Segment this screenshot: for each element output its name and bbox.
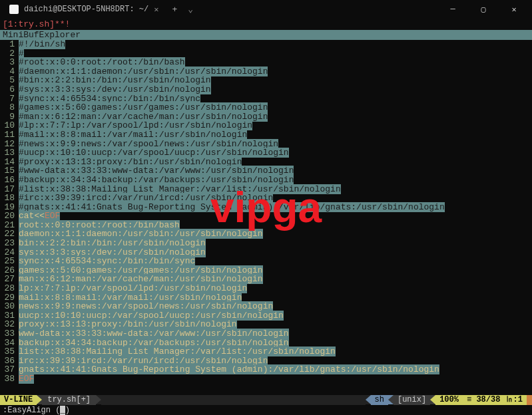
editor-line[interactable]: 28lp:x:7:7:lp:/var/spool/lpd:/usr/sbin/n… [0, 284, 532, 293]
line-content: cat<<EOF [19, 211, 532, 221]
editor-line[interactable]: 11#mail:x:8:8:mail:/var/mail:/usr/sbin/n… [0, 130, 532, 140]
editor-line[interactable]: 33www-data:x:33:33:www-data:/var/www:/us… [0, 329, 532, 339]
editor-line[interactable]: 3#root:x:0:0:root:/root:/bin/bash [0, 58, 532, 67]
editor-line[interactable]: 9#man:x:6:12:man:/var/cache/man:/usr/sbi… [0, 112, 532, 122]
line-number: 14 [0, 158, 19, 167]
line-content: mail:x:8:8:mail:/var/mail:/usr/sbin/nolo… [19, 293, 532, 303]
line-number: 9 [0, 112, 19, 122]
editor-line[interactable]: 19#gnats:x:41:41:Gnats Bug-Reporting Sys… [0, 203, 532, 212]
line-number: 17 [0, 185, 19, 194]
line-content: #bin:x:2:2:bin:/bin:/usr/sbin/nologin [19, 76, 532, 85]
line-number: 10 [0, 121, 19, 130]
line-content: #!/bin/sh [19, 40, 532, 49]
editor-line[interactable]: 13#uucp:x:10:10:uucp:/var/spool/uucp:/us… [0, 148, 532, 158]
line-content: proxy:x:13:13:proxy:/bin:/usr/sbin/nolog… [19, 320, 532, 329]
tab-dropdown-icon[interactable]: ⌄ [184, 4, 197, 15]
status-filename: try.sh[+] [42, 395, 96, 405]
line-number: 16 [0, 176, 19, 185]
line-content: daemon:x:1:1:daemon:/usr/sbin:/usr/sbin/… [19, 229, 532, 239]
separator-icon [430, 395, 435, 404]
editor-line[interactable]: 31uucp:x:10:10:uucp:/var/spool/uucp:/usr… [0, 311, 532, 321]
line-content: #man:x:6:12:man:/var/cache/man:/usr/sbin… [19, 112, 532, 122]
editor-line[interactable]: 20cat<<EOF [0, 211, 532, 221]
line-number: 7 [0, 94, 19, 104]
terminal-tab[interactable]: daichi@DESKTOP-5NH8DRT: ~/ ✕ [3, 0, 165, 19]
buffer-line: [1:try.sh]**! [0, 19, 532, 30]
line-number: 2 [0, 49, 19, 59]
terminal-content[interactable]: [1:try.sh]**! MiniBufExplorer 1#!/bin/sh… [0, 19, 532, 395]
editor-line[interactable]: 25sync:x:4:65534:sync:/bin:/bin/sync [0, 257, 532, 266]
editor-line[interactable]: 1#!/bin/sh [0, 40, 532, 49]
editor-line[interactable]: 38EOF [0, 374, 532, 384]
new-tab-button[interactable]: + [165, 5, 184, 15]
line-number: 34 [0, 339, 19, 348]
line-number: 11 [0, 130, 19, 140]
maximize-button[interactable]: ▢ [468, 0, 499, 19]
line-number: 22 [0, 229, 19, 239]
editor-line[interactable]: 36irc:x:39:39:ircd:/var/run/ircd:/usr/sb… [0, 356, 532, 366]
editor-line[interactable]: 32proxy:x:13:13:proxy:/bin:/usr/sbin/nol… [0, 320, 532, 329]
editor-line[interactable]: 22daemon:x:1:1:daemon:/usr/sbin:/usr/sbi… [0, 229, 532, 239]
line-number: 25 [0, 257, 19, 266]
line-number: 38 [0, 374, 19, 384]
editor-line[interactable]: 12#news:x:9:9:news:/var/spool/news:/usr/… [0, 140, 532, 149]
editor-line[interactable]: 17#list:x:38:38:Mailing List Manager:/va… [0, 185, 532, 194]
editor-line[interactable]: 18#irc:x:39:39:ircd:/var/run/ircd:/usr/s… [0, 194, 532, 203]
line-number: 35 [0, 347, 19, 356]
line-number: 3 [0, 58, 19, 67]
line-content: #news:x:9:9:news:/var/spool/news:/usr/sb… [19, 140, 532, 149]
line-content: www-data:x:33:33:www-data:/var/www:/usr/… [19, 329, 532, 339]
minibuf-explorer-bar: MiniBufExplorer [0, 30, 532, 40]
line-number: 15 [0, 166, 19, 176]
line-content: list:x:38:38:Mailing List Manager:/var/l… [19, 347, 532, 356]
line-content: sync:x:4:65534:sync:/bin:/bin/sync [19, 257, 532, 266]
line-number: 36 [0, 356, 19, 366]
editor-line[interactable]: 4#daemon:x:1:1:daemon:/usr/sbin:/usr/sbi… [0, 67, 532, 76]
line-number: 24 [0, 248, 19, 257]
editor-line[interactable]: 30news:x:9:9:news:/var/spool/news:/usr/s… [0, 302, 532, 311]
line-number: 5 [0, 76, 19, 85]
tab-close-icon[interactable]: ✕ [154, 5, 158, 15]
status-position: ≡ 38/38 ㏑:1 [463, 395, 527, 405]
status-encoding: [unix] [394, 395, 430, 405]
command-line[interactable]: :EasyAlign (_) [0, 405, 532, 415]
line-number: 4 [0, 67, 19, 76]
editor-line[interactable]: 35list:x:38:38:Mailing List Manager:/var… [0, 347, 532, 356]
editor-line[interactable]: 26games:x:5:60:games:/usr/games:/usr/sbi… [0, 266, 532, 275]
line-number: 13 [0, 148, 19, 158]
editor-line[interactable]: 14#proxy:x:13:13:proxy:/bin:/usr/sbin/no… [0, 158, 532, 167]
minimize-button[interactable]: — [437, 0, 468, 19]
editor-line[interactable]: 15#www-data:x:33:33:www-data:/var/www:/u… [0, 166, 532, 176]
separator-icon [388, 395, 394, 404]
line-number: 21 [0, 221, 19, 230]
editor-line[interactable]: 16#backup:x:34:34:backup:/var/backups:/u… [0, 176, 532, 185]
editor-line[interactable]: 23bin:x:2:2:bin:/bin:/usr/sbin/nologin [0, 239, 532, 248]
line-content: uucp:x:10:10:uucp:/var/spool/uucp:/usr/s… [19, 311, 532, 321]
separator-icon [37, 395, 42, 404]
editor-line[interactable]: 27man:x:6:12:man:/var/cache/man:/usr/sbi… [0, 275, 532, 284]
editor-line[interactable]: 29mail:x:8:8:mail:/var/mail:/usr/sbin/no… [0, 293, 532, 303]
line-content: EOF [19, 374, 532, 384]
editor-line[interactable]: 24sys:x:3:3:sys:/dev:/usr/sbin/nologin [0, 248, 532, 257]
line-number: 26 [0, 266, 19, 275]
line-content: #daemon:x:1:1:daemon:/usr/sbin:/usr/sbin… [19, 67, 532, 76]
editor-line[interactable]: 8#games:x:5:60:games:/usr/games:/usr/sbi… [0, 103, 532, 112]
status-percent: 100% [435, 395, 463, 405]
line-content: #games:x:5:60:games:/usr/games:/usr/sbin… [19, 103, 532, 112]
line-content: games:x:5:60:games:/usr/games:/usr/sbin/… [19, 266, 532, 275]
editor-line[interactable]: 34backup:x:34:34:backup:/var/backups:/us… [0, 339, 532, 348]
editor-line[interactable]: 5#bin:x:2:2:bin:/bin:/usr/sbin/nologin [0, 76, 532, 85]
window-controls: — ▢ ✕ [437, 0, 529, 19]
editor-line[interactable]: 2# [0, 49, 532, 59]
editor-area[interactable]: 1#!/bin/sh2#3#root:x:0:0:root:/root:/bin… [0, 40, 532, 384]
editor-line[interactable]: 7#sync:x:4:65534:sync:/bin:/bin/sync [0, 94, 532, 104]
line-content: #lp:x:7:7:lp:/var/spool/lpd:/usr/sbin/no… [19, 121, 532, 130]
line-content: root:x:0:0:root:/root:/bin/bash [19, 221, 532, 230]
close-button[interactable]: ✕ [499, 0, 529, 19]
line-content: #proxy:x:13:13:proxy:/bin:/usr/sbin/nolo… [19, 158, 532, 167]
editor-line[interactable]: 21root:x:0:0:root:/root:/bin/bash [0, 221, 532, 230]
editor-line[interactable]: 37gnats:x:41:41:Gnats Bug-Reporting Syst… [0, 365, 532, 374]
line-content: lp:x:7:7:lp:/var/spool/lpd:/usr/sbin/nol… [19, 284, 532, 293]
editor-line[interactable]: 10#lp:x:7:7:lp:/var/spool/lpd:/usr/sbin/… [0, 121, 532, 130]
editor-line[interactable]: 6#sys:x:3:3:sys:/dev:/usr/sbin/nologin [0, 85, 532, 94]
